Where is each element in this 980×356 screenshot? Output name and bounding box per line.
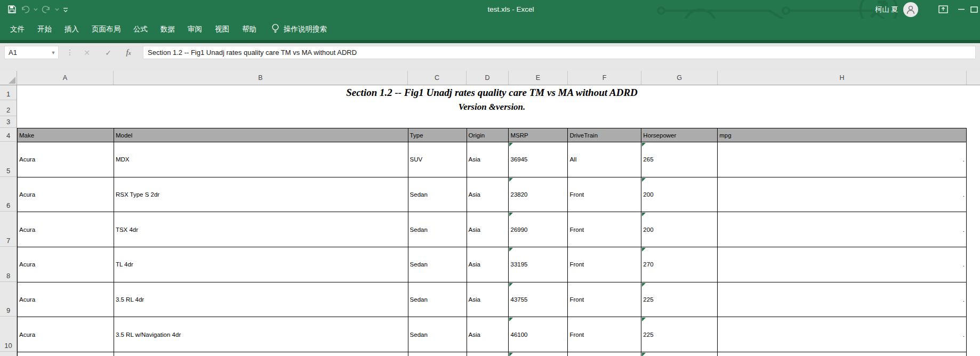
cell-origin[interactable]: Asia <box>467 212 509 247</box>
cell-drivetrain[interactable]: Front <box>568 282 641 318</box>
cell-origin[interactable]: Asia <box>467 282 509 318</box>
cell-model[interactable]: 3.5 RL w/Navigation 4dr <box>114 317 408 352</box>
select-all-corner-icon[interactable] <box>0 71 17 85</box>
column-header-F[interactable]: F <box>568 71 641 85</box>
cell-horsepower[interactable] <box>641 352 718 356</box>
cell-horsepower[interactable]: 225 <box>641 317 718 352</box>
cell-mpg[interactable]: . <box>718 142 967 177</box>
row-header-1[interactable]: 1 <box>0 85 17 100</box>
ribbon-tab-file[interactable]: 文件 <box>4 19 31 40</box>
header-cell-msrp[interactable]: MSRP <box>509 128 568 142</box>
cell-drivetrain[interactable]: Front <box>568 212 641 247</box>
insert-function-icon[interactable]: fx <box>121 46 136 59</box>
cell-make[interactable]: Acura <box>18 317 114 352</box>
cell-type[interactable]: Sedan <box>408 247 467 282</box>
cell-origin[interactable]: Asia <box>467 177 509 213</box>
cell-mpg[interactable]: . <box>718 282 967 318</box>
cell-make[interactable]: Acura <box>18 142 114 177</box>
cell-type[interactable] <box>408 352 467 356</box>
row-header-6[interactable]: 6 <box>0 177 17 212</box>
minimize-icon[interactable] <box>952 0 970 19</box>
cell-model[interactable]: 3.5 RL 4dr <box>114 282 408 318</box>
row-header-4[interactable]: 4 <box>0 128 17 142</box>
header-cell-horsepower[interactable]: Horsepower <box>641 128 718 142</box>
cell-msrp[interactable]: 36945 <box>509 142 568 177</box>
cell-origin[interactable]: Asia <box>467 317 509 352</box>
cell-horsepower[interactable]: 200 <box>641 177 718 213</box>
cell-mpg[interactable]: . <box>718 317 967 352</box>
column-header-A[interactable]: A <box>17 71 114 85</box>
redo-icon[interactable] <box>42 5 51 14</box>
cell-mpg[interactable]: . <box>718 177 967 213</box>
ribbon-tab-8[interactable]: 帮助 <box>236 19 263 40</box>
column-header-D[interactable]: D <box>467 71 509 85</box>
row-header-2[interactable]: 2 <box>0 100 17 116</box>
cell-model[interactable]: RSX Type S 2dr <box>114 177 408 213</box>
cell-make[interactable]: Acura <box>18 282 114 318</box>
header-cell-mpg[interactable]: mpg <box>718 128 967 142</box>
tell-me-search[interactable]: 操作说明搜索 <box>271 23 327 35</box>
cell-type[interactable]: Sedan <box>408 282 467 318</box>
cell-horsepower[interactable]: 270 <box>641 247 718 282</box>
cell-drivetrain[interactable] <box>568 352 641 356</box>
cell-msrp[interactable]: 43755 <box>509 282 568 318</box>
cell-origin[interactable]: Asia <box>467 247 509 282</box>
user-name[interactable]: 柯山 夏 <box>875 5 898 14</box>
undo-icon[interactable] <box>20 5 30 14</box>
cell-type[interactable]: Sedan <box>408 317 467 352</box>
cell-make[interactable]: Acura <box>18 247 114 282</box>
cell-model[interactable] <box>114 352 408 356</box>
ribbon-tab-1[interactable]: 开始 <box>31 19 58 40</box>
formula-bar-separator[interactable]: ⋮ <box>66 47 74 58</box>
cell-drivetrain[interactable]: Front <box>568 317 641 352</box>
avatar[interactable] <box>903 2 918 17</box>
cell-origin[interactable]: Asia <box>467 142 509 177</box>
undo-dropdown-icon[interactable] <box>34 8 38 11</box>
cell-model[interactable]: TL 4dr <box>114 247 408 282</box>
formula-input[interactable]: Section 1.2 -- Fig1 Unadj rates quality … <box>143 46 976 59</box>
cell-model[interactable]: MDX <box>114 142 408 177</box>
header-cell-type[interactable]: Type <box>408 128 467 142</box>
cell-type[interactable]: Sedan <box>408 177 467 213</box>
cell-make[interactable] <box>18 352 114 356</box>
cell-make[interactable]: Acura <box>18 177 114 213</box>
cell-msrp[interactable]: 23820 <box>509 177 568 213</box>
ribbon-tab-7[interactable]: 视图 <box>208 19 236 40</box>
column-header-H[interactable]: H <box>718 71 967 85</box>
column-header-E[interactable]: E <box>509 71 568 85</box>
cell-msrp[interactable]: 26990 <box>509 212 568 247</box>
cell-drivetrain[interactable]: All <box>568 142 641 177</box>
cell-horsepower[interactable]: 265 <box>641 142 718 177</box>
formula-cancel-icon[interactable]: ✕ <box>79 46 95 59</box>
formula-enter-icon[interactable]: ✓ <box>100 46 116 59</box>
column-header-C[interactable]: C <box>408 71 467 85</box>
name-box-arrow-icon[interactable]: ▼ <box>49 50 58 55</box>
ribbon-tab-6[interactable]: 审阅 <box>181 19 208 40</box>
cell-mpg[interactable] <box>718 352 967 356</box>
redo-dropdown-icon[interactable] <box>55 8 59 11</box>
merged-version-cell[interactable]: Version &version. <box>17 100 967 116</box>
cell-drivetrain[interactable]: Front <box>568 177 641 213</box>
cell-model[interactable]: TSX 4dr <box>114 212 408 247</box>
cell-type[interactable]: SUV <box>408 142 467 177</box>
save-icon[interactable] <box>7 5 17 14</box>
cell-msrp[interactable] <box>509 352 568 356</box>
ribbon-display-options-icon[interactable] <box>934 0 952 19</box>
cell-drivetrain[interactable]: Front <box>568 247 641 282</box>
cell-make[interactable]: Acura <box>18 212 114 247</box>
header-cell-model[interactable]: Model <box>114 128 408 142</box>
qat-customize-icon[interactable] <box>63 7 68 12</box>
row-header-5[interactable]: 5 <box>0 142 17 177</box>
row-header-7[interactable]: 7 <box>0 212 17 247</box>
cell-mpg[interactable]: . <box>718 212 967 247</box>
ribbon-tab-4[interactable]: 公式 <box>127 19 154 40</box>
cell-horsepower[interactable]: 200 <box>641 212 718 247</box>
cell-horsepower[interactable]: 225 <box>641 282 718 318</box>
header-cell-make[interactable]: Make <box>18 128 114 142</box>
cell-mpg[interactable]: . <box>718 247 967 282</box>
row-header-9[interactable]: 9 <box>0 282 17 317</box>
column-header-B[interactable]: B <box>114 71 408 85</box>
ribbon-tab-5[interactable]: 数据 <box>154 19 181 40</box>
column-header-G[interactable]: G <box>641 71 718 85</box>
ribbon-tab-2[interactable]: 插入 <box>58 19 85 40</box>
